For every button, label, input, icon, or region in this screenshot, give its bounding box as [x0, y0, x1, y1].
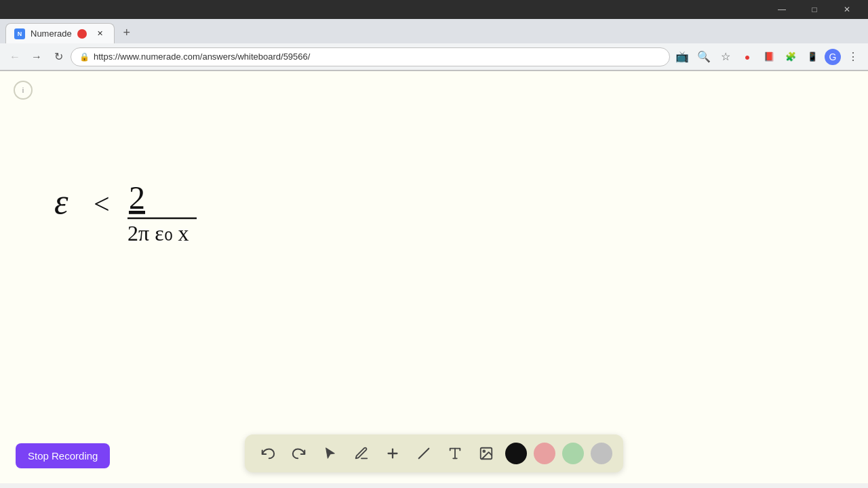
bookmark-button[interactable]: ☆ — [716, 47, 735, 66]
svg-text:<: < — [94, 188, 110, 220]
refresh-button[interactable]: ↻ — [49, 47, 68, 66]
extension4-button[interactable]: 📱 — [803, 47, 822, 66]
tab-favicon: N — [14, 28, 25, 39]
svg-text:2: 2 — [129, 180, 145, 216]
tab-bar: N Numerade ✕ + — [0, 19, 868, 43]
minimize-button[interactable]: — — [766, 0, 797, 19]
maximize-button[interactable]: □ — [799, 0, 830, 19]
address-bar[interactable]: 🔒 https://www.numerade.com/answers/white… — [71, 47, 670, 66]
formula-drawing: ε < 2 2π ε₀ x — [54, 176, 224, 258]
window-title-bar: — □ ✕ — [0, 0, 868, 19]
lock-icon: 🔒 — [79, 52, 90, 62]
cast-button[interactable]: 📺 — [673, 47, 692, 66]
color-black-swatch[interactable] — [505, 443, 527, 464]
extension3-button[interactable]: 🧩 — [781, 47, 800, 66]
recording-indicator — [77, 29, 87, 39]
pen-tool-button[interactable] — [349, 441, 374, 466]
browser-toolbar-icons: 📺 🔍 ☆ ● 📕 🧩 📱 G ⋮ — [673, 47, 863, 66]
bottom-toolbar — [245, 434, 623, 472]
navigation-toolbar: ← → ↻ 🔒 https://www.numerade.com/answers… — [0, 43, 868, 70]
back-button[interactable]: ← — [5, 47, 24, 66]
redo-button[interactable] — [287, 441, 311, 466]
active-tab[interactable]: N Numerade ✕ — [5, 23, 115, 43]
search-button[interactable]: 🔍 — [694, 47, 713, 66]
line-tool-button[interactable] — [412, 441, 436, 466]
new-tab-button[interactable]: + — [117, 23, 136, 42]
more-button[interactable]: ⋮ — [844, 47, 863, 66]
text-tool-button[interactable] — [443, 441, 467, 466]
color-pink-swatch[interactable] — [534, 443, 555, 464]
color-gray-swatch[interactable] — [591, 443, 612, 464]
tab-close-button[interactable]: ✕ — [95, 28, 106, 39]
close-button[interactable]: ✕ — [831, 0, 863, 19]
svg-text:2π ε₀ x: 2π ε₀ x — [127, 221, 189, 245]
url-text: https://www.numerade.com/answers/whitebo… — [94, 52, 661, 62]
color-green-swatch[interactable] — [562, 443, 584, 464]
extension2-button[interactable]: 📕 — [760, 47, 778, 66]
svg-point-11 — [483, 450, 485, 452]
indicator-label: i — [22, 86, 24, 94]
add-tool-button[interactable] — [380, 441, 405, 466]
svg-line-7 — [419, 449, 429, 459]
image-tool-button[interactable] — [474, 441, 498, 466]
browser-chrome: N Numerade ✕ + ← → ↻ 🔒 https://www.numer… — [0, 19, 868, 71]
profile-button[interactable]: G — [825, 49, 841, 65]
svg-text:ε: ε — [54, 182, 68, 221]
tab-label: Numerade — [31, 28, 72, 39]
stop-recording-button[interactable]: Stop Recording — [16, 443, 110, 468]
undo-button[interactable] — [256, 441, 280, 466]
forward-button[interactable]: → — [27, 47, 46, 66]
indicator-circle: i — [14, 81, 33, 100]
whiteboard-area: i ε < 2 2π ε₀ x — [0, 71, 868, 483]
extension1-button[interactable]: ● — [738, 47, 757, 66]
select-tool-button[interactable] — [318, 441, 342, 466]
